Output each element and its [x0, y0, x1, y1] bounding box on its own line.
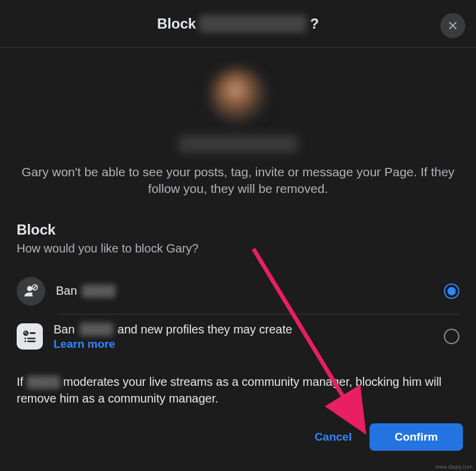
option-text: Ban and new profiles they may create Lea… — [54, 323, 433, 351]
watermark: www.daqsj.com — [435, 464, 472, 470]
radio-selected[interactable] — [444, 283, 459, 299]
avatar — [211, 68, 265, 123]
cancel-button[interactable]: Cancel — [303, 423, 364, 451]
option-text: Ban — [56, 284, 433, 298]
block-section: Block How would you like to block Gary? … — [0, 204, 476, 359]
learn-more-link[interactable]: Learn more — [54, 338, 433, 351]
person-block-icon — [17, 277, 45, 305]
title-suffix: ? — [310, 15, 319, 32]
option-suffix: and new profiles they may create — [118, 323, 293, 336]
svg-point-0 — [27, 286, 33, 291]
option-ban-user-and-new[interactable]: Ban and new profiles they may create Lea… — [17, 314, 459, 359]
svg-line-2 — [33, 285, 36, 289]
radio-unselected[interactable] — [444, 329, 459, 344]
option-prefix: Ban — [56, 284, 77, 298]
block-description: Gary won't be able to see your posts, ta… — [12, 164, 464, 198]
profile-name-redacted — [178, 135, 298, 153]
dialog-header: Block ? — [0, 0, 476, 48]
option-ban-user[interactable]: Ban — [17, 269, 459, 314]
note-prefix: If — [17, 375, 23, 388]
redacted-name — [82, 285, 115, 298]
redacted-name — [27, 376, 60, 389]
svg-rect-5 — [30, 332, 36, 334]
svg-point-8 — [24, 341, 26, 342]
dialog-title: Block ? — [157, 15, 319, 33]
svg-point-6 — [24, 338, 26, 339]
radio-inner — [447, 287, 456, 295]
close-button[interactable] — [440, 13, 465, 38]
block-subheading: How would you like to block Gary? — [17, 242, 459, 255]
footer-note: If moderates your live streams as a comm… — [0, 359, 476, 407]
confirm-button[interactable]: Confirm — [369, 423, 463, 451]
list-block-icon — [17, 323, 43, 350]
note-suffix: moderates your live streams as a communi… — [17, 375, 441, 405]
option-prefix: Ban — [54, 323, 75, 336]
svg-rect-7 — [27, 338, 36, 339]
dialog-actions: Cancel Confirm — [0, 407, 476, 460]
profile-section: Gary won't be able to see your posts, ta… — [0, 48, 476, 204]
title-prefix: Block — [157, 15, 196, 32]
redacted-name — [199, 15, 306, 33]
svg-line-4 — [24, 332, 27, 335]
block-heading: Block — [17, 222, 459, 238]
svg-rect-9 — [27, 341, 36, 342]
redacted-name — [80, 323, 113, 336]
close-icon — [446, 19, 459, 32]
